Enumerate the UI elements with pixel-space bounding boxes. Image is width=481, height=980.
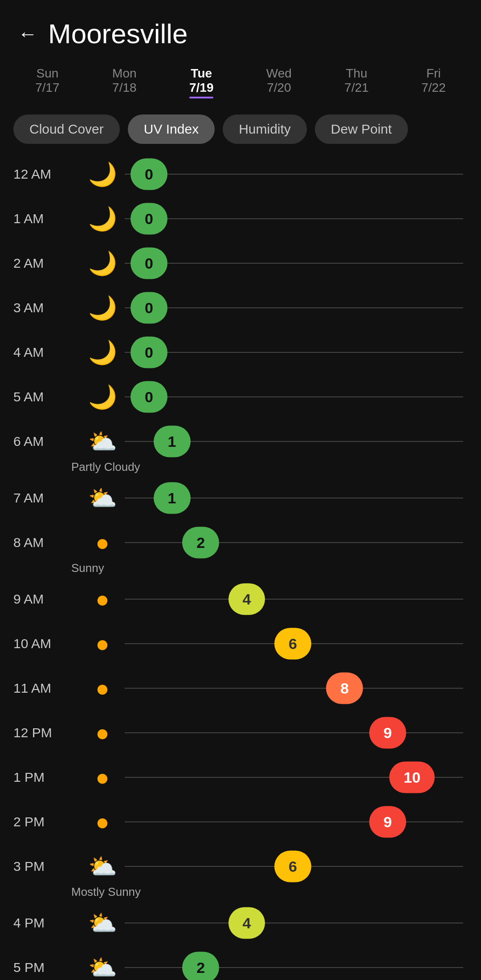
uv-badge: 2 (182, 952, 219, 980)
uv-line-container: 9 (125, 732, 463, 734)
weather-icon: 🌙 (85, 201, 120, 237)
city-title: Mooresville (48, 18, 188, 49)
day-date: 7/20 (267, 81, 291, 95)
uv-badge: 0 (130, 381, 167, 413)
uv-badge: 1 (154, 482, 191, 514)
day-tab-sun[interactable]: Sun 7/17 (31, 63, 64, 102)
hour-label: 1 AM (13, 211, 85, 226)
back-button[interactable]: ← (18, 24, 37, 44)
weather-icon: ⛅ (85, 424, 120, 459)
filter-tab-uv-index[interactable]: UV Index (128, 114, 215, 144)
hour-row-wrapper: 10 AM●6 (0, 621, 481, 666)
weather-icon: ● (85, 525, 120, 560)
hour-label: 7 AM (13, 490, 85, 506)
weather-icon: ● (85, 581, 120, 617)
hour-label: 12 AM (13, 167, 85, 182)
weather-icon: 🌙 (85, 245, 120, 281)
uv-badge: 6 (274, 851, 311, 882)
hour-row: 1 PM●10 (0, 755, 481, 800)
hour-label: 5 AM (13, 389, 85, 404)
uv-line-container: 0 (125, 173, 463, 175)
hour-line (125, 542, 463, 543)
uv-line-container: 4 (125, 598, 463, 600)
filter-tab-dew-point[interactable]: Dew Point (315, 114, 408, 144)
uv-line-container: 0 (125, 262, 463, 264)
weather-icon: 🌙 (85, 335, 120, 370)
day-name: Mon (112, 66, 136, 81)
hour-label: 4 PM (13, 915, 85, 931)
hour-label: 6 AM (13, 434, 85, 449)
uv-line-container: 1 (125, 441, 463, 442)
hour-label: 10 AM (13, 636, 85, 651)
weather-icon: 🌙 (85, 379, 120, 415)
hour-row-wrapper: 5 PM⛅2 (0, 945, 481, 980)
day-date: 7/22 (421, 81, 446, 95)
hour-row: 2 AM🌙0 (0, 241, 481, 286)
weather-icon: ⛅ (85, 905, 120, 941)
hour-row: 12 AM🌙0 (0, 152, 481, 196)
hour-label: 5 PM (13, 960, 85, 975)
hour-row-wrapper: 4 AM🌙0 (0, 330, 481, 375)
uv-badge: 0 (130, 159, 167, 190)
hour-line (125, 218, 463, 219)
hour-row-wrapper: 12 PM●9 (0, 710, 481, 755)
weather-icon: 🌙 (85, 290, 120, 326)
hour-label: 11 AM (13, 681, 85, 696)
hour-label: 3 AM (13, 300, 85, 315)
filter-tab-cloud-cover[interactable]: Cloud Cover (13, 114, 120, 144)
uv-line-container: 10 (125, 776, 463, 778)
hour-row-wrapper: 12 AM🌙0 (0, 152, 481, 196)
day-name: Fri (426, 66, 441, 81)
filter-tabs: Cloud CoverUV IndexHumidityDew Point (0, 106, 481, 152)
hour-row: 9 AM●4 (0, 577, 481, 621)
uv-badge: 0 (130, 248, 167, 279)
day-name: Tue (191, 66, 212, 81)
hour-row: 6 AM⛅1 (0, 419, 481, 464)
hour-row: 2 PM●9 (0, 800, 481, 844)
hour-label: 2 PM (13, 814, 85, 829)
weather-icon: ● (85, 715, 120, 751)
hour-label: 2 AM (13, 256, 85, 271)
uv-line-container: 8 (125, 687, 463, 689)
hour-label: 9 AM (13, 592, 85, 607)
uv-line-container: 9 (125, 821, 463, 823)
hour-row: 4 AM🌙0 (0, 330, 481, 375)
day-tab-fri[interactable]: Fri 7/22 (417, 63, 450, 102)
uv-badge: 0 (130, 203, 167, 235)
day-tab-wed[interactable]: Wed 7/20 (262, 63, 296, 102)
uv-line-container: 0 (125, 307, 463, 309)
uv-badge: 6 (274, 628, 311, 660)
uv-badge: 4 (228, 907, 265, 939)
hour-row-wrapper: 3 PM⛅6Mostly Sunny (0, 844, 481, 901)
hour-row: 11 AM●8 (0, 666, 481, 710)
hour-row-wrapper: 4 PM⛅4 (0, 901, 481, 945)
weather-icon: ⛅ (85, 849, 120, 884)
uv-badge: 9 (369, 717, 406, 749)
hour-row-wrapper: 5 AM🌙0 (0, 375, 481, 419)
hours-container: 12 AM🌙01 AM🌙02 AM🌙03 AM🌙04 AM🌙05 AM🌙06 A… (0, 152, 481, 980)
uv-line-container: 6 (125, 643, 463, 645)
filter-tab-humidity[interactable]: Humidity (223, 114, 307, 144)
hour-row-wrapper: 2 AM🌙0 (0, 241, 481, 286)
hour-row-wrapper: 8 AM●2Sunny (0, 520, 481, 577)
hour-row: 8 AM●2 (0, 520, 481, 565)
weather-icon: ● (85, 626, 120, 662)
hour-row: 3 AM🌙0 (0, 286, 481, 330)
day-tab-mon[interactable]: Mon 7/18 (108, 63, 141, 102)
hour-row-wrapper: 3 AM🌙0 (0, 286, 481, 330)
uv-badge: 10 (389, 762, 435, 793)
hour-label: 4 AM (13, 345, 85, 360)
uv-badge: 1 (154, 426, 191, 457)
hour-row: 7 AM⛅1 (0, 476, 481, 520)
hour-row-wrapper: 9 AM●4 (0, 577, 481, 621)
weather-icon: ● (85, 760, 120, 795)
uv-badge: 9 (369, 806, 406, 838)
hour-row-wrapper: 1 AM🌙0 (0, 196, 481, 241)
uv-line-container: 2 (125, 542, 463, 543)
day-tab-tue[interactable]: Tue 7/19 (185, 63, 218, 102)
hour-row: 5 AM🌙0 (0, 375, 481, 419)
hour-label: 8 AM (13, 535, 85, 550)
uv-badge: 0 (130, 337, 167, 368)
hour-row: 3 PM⛅6 (0, 844, 481, 889)
day-tab-thu[interactable]: Thu 7/21 (340, 63, 373, 102)
